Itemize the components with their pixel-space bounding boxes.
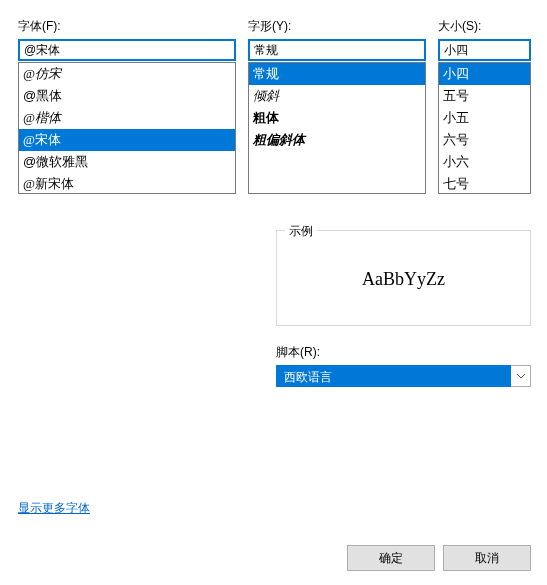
cancel-button[interactable]: 取消 <box>443 545 531 571</box>
font-item[interactable]: @宋体 <box>19 129 235 151</box>
size-input[interactable] <box>438 39 531 61</box>
script-label: 脚本(R): <box>276 345 320 359</box>
font-item[interactable]: @微软雅黑 <box>19 151 235 173</box>
sample-group: 示例 AaBbYyZz <box>276 230 531 326</box>
script-value: 西欧语言 <box>276 365 511 387</box>
size-item[interactable]: 六号 <box>439 129 530 151</box>
style-item[interactable]: 倾斜 <box>249 85 425 107</box>
size-label: 大小(S): <box>438 18 531 35</box>
style-input[interactable] <box>248 39 426 61</box>
style-item[interactable]: 粗体 <box>249 107 425 129</box>
font-listbox[interactable]: @仿宋@黑体@楷体@宋体@微软雅黑@新宋体Arial <box>18 62 236 194</box>
font-item[interactable]: @黑体 <box>19 85 235 107</box>
size-item[interactable]: 小四 <box>439 63 530 85</box>
style-label: 字形(Y): <box>248 18 426 35</box>
size-item[interactable]: 五号 <box>439 85 530 107</box>
style-item[interactable]: 粗偏斜体 <box>249 129 425 151</box>
font-item[interactable]: @新宋体 <box>19 173 235 194</box>
font-label: 字体(F): <box>18 18 236 35</box>
font-item[interactable]: @仿宋 <box>19 63 235 85</box>
size-listbox[interactable]: 小四五号小五六号小六七号八号 <box>438 62 531 194</box>
font-item[interactable]: @楷体 <box>19 107 235 129</box>
size-item[interactable]: 七号 <box>439 173 530 194</box>
size-item[interactable]: 小六 <box>439 151 530 173</box>
size-item[interactable]: 小五 <box>439 107 530 129</box>
style-listbox[interactable]: 常规倾斜粗体粗偏斜体 <box>248 62 426 194</box>
style-item[interactable]: 常规 <box>249 63 425 85</box>
font-input[interactable] <box>18 39 236 61</box>
chevron-down-icon <box>511 365 531 387</box>
sample-legend: 示例 <box>285 223 317 240</box>
show-more-fonts-link[interactable]: 显示更多字体 <box>18 500 90 517</box>
script-select[interactable]: 西欧语言 <box>276 365 531 387</box>
sample-text: AaBbYyZz <box>277 231 530 327</box>
ok-button[interactable]: 确定 <box>347 545 435 571</box>
